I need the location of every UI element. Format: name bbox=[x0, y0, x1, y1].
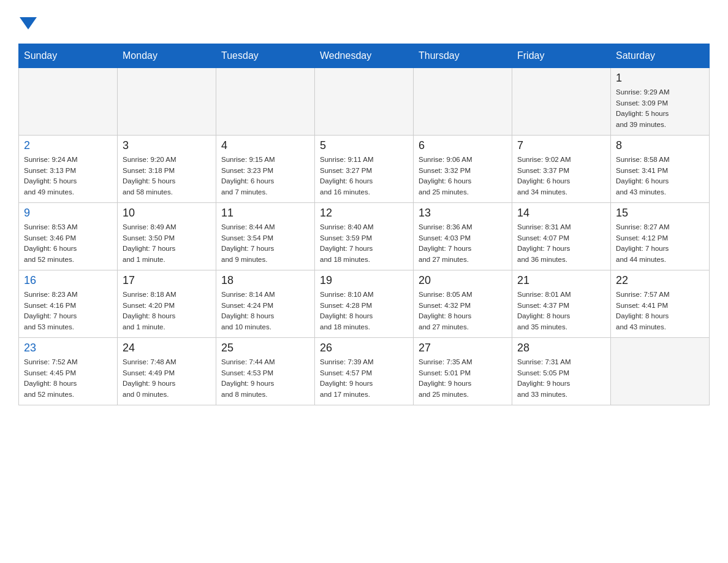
day-number: 15 bbox=[616, 207, 704, 220]
day-info: Sunrise: 8:27 AM Sunset: 4:12 PM Dayligh… bbox=[616, 222, 704, 266]
day-number: 24 bbox=[123, 342, 211, 354]
calendar-cell: 13Sunrise: 8:36 AM Sunset: 4:03 PM Dayli… bbox=[414, 202, 512, 270]
day-of-week-header: Saturday bbox=[611, 44, 710, 67]
calendar-cell: 7Sunrise: 9:02 AM Sunset: 3:37 PM Daylig… bbox=[512, 135, 611, 202]
calendar-table: SundayMondayTuesdayWednesdayThursdayFrid… bbox=[18, 44, 710, 405]
day-of-week-header: Thursday bbox=[414, 44, 512, 67]
day-number: 21 bbox=[517, 274, 605, 287]
day-number: 17 bbox=[123, 274, 211, 287]
day-number: 5 bbox=[320, 139, 408, 152]
day-info: Sunrise: 8:18 AM Sunset: 4:20 PM Dayligh… bbox=[123, 289, 211, 333]
calendar-cell: 15Sunrise: 8:27 AM Sunset: 4:12 PM Dayli… bbox=[611, 202, 710, 270]
day-info: Sunrise: 7:52 AM Sunset: 4:45 PM Dayligh… bbox=[24, 357, 112, 400]
day-info: Sunrise: 7:31 AM Sunset: 5:05 PM Dayligh… bbox=[517, 357, 605, 400]
day-info: Sunrise: 8:49 AM Sunset: 3:50 PM Dayligh… bbox=[123, 222, 211, 266]
day-number: 23 bbox=[24, 342, 112, 354]
day-number: 26 bbox=[320, 342, 408, 354]
day-number: 19 bbox=[320, 274, 408, 287]
day-info: Sunrise: 8:10 AM Sunset: 4:28 PM Dayligh… bbox=[320, 289, 408, 333]
day-number: 16 bbox=[24, 274, 112, 287]
calendar-cell bbox=[216, 67, 315, 135]
page-header bbox=[18, 12, 710, 31]
day-info: Sunrise: 7:39 AM Sunset: 4:57 PM Dayligh… bbox=[320, 357, 408, 400]
calendar-cell: 10Sunrise: 8:49 AM Sunset: 3:50 PM Dayli… bbox=[118, 202, 216, 270]
day-info: Sunrise: 9:06 AM Sunset: 3:32 PM Dayligh… bbox=[419, 155, 507, 198]
calendar-cell: 17Sunrise: 8:18 AM Sunset: 4:20 PM Dayli… bbox=[118, 270, 216, 337]
day-of-week-header: Tuesday bbox=[216, 44, 315, 67]
day-number: 28 bbox=[517, 342, 605, 354]
day-info: Sunrise: 9:24 AM Sunset: 3:13 PM Dayligh… bbox=[24, 155, 112, 198]
calendar-cell bbox=[512, 67, 611, 135]
calendar-cell: 21Sunrise: 8:01 AM Sunset: 4:37 PM Dayli… bbox=[512, 270, 611, 337]
day-number: 9 bbox=[24, 207, 112, 220]
calendar-cell: 6Sunrise: 9:06 AM Sunset: 3:32 PM Daylig… bbox=[414, 135, 512, 202]
day-number: 18 bbox=[221, 274, 309, 287]
calendar-cell: 20Sunrise: 8:05 AM Sunset: 4:32 PM Dayli… bbox=[414, 270, 512, 337]
calendar-cell: 22Sunrise: 7:57 AM Sunset: 4:41 PM Dayli… bbox=[611, 270, 710, 337]
calendar-week-row: 9Sunrise: 8:53 AM Sunset: 3:46 PM Daylig… bbox=[19, 202, 710, 270]
calendar-week-row: 1Sunrise: 9:29 AM Sunset: 3:09 PM Daylig… bbox=[19, 67, 710, 135]
calendar-cell: 1Sunrise: 9:29 AM Sunset: 3:09 PM Daylig… bbox=[611, 67, 710, 135]
calendar-cell bbox=[414, 67, 512, 135]
day-info: Sunrise: 7:35 AM Sunset: 5:01 PM Dayligh… bbox=[419, 357, 507, 400]
day-number: 27 bbox=[419, 342, 507, 354]
calendar-cell: 9Sunrise: 8:53 AM Sunset: 3:46 PM Daylig… bbox=[19, 202, 118, 270]
day-of-week-header: Wednesday bbox=[315, 44, 414, 67]
calendar-cell: 16Sunrise: 8:23 AM Sunset: 4:16 PM Dayli… bbox=[19, 270, 118, 337]
calendar-cell bbox=[315, 67, 414, 135]
calendar-cell: 3Sunrise: 9:20 AM Sunset: 3:18 PM Daylig… bbox=[118, 135, 216, 202]
logo bbox=[18, 12, 37, 31]
calendar-week-row: 23Sunrise: 7:52 AM Sunset: 4:45 PM Dayli… bbox=[19, 337, 710, 405]
day-number: 13 bbox=[419, 207, 507, 220]
day-info: Sunrise: 9:02 AM Sunset: 3:37 PM Dayligh… bbox=[517, 155, 605, 198]
day-of-week-header: Monday bbox=[118, 44, 216, 67]
day-info: Sunrise: 9:15 AM Sunset: 3:23 PM Dayligh… bbox=[221, 155, 309, 198]
calendar-cell: 14Sunrise: 8:31 AM Sunset: 4:07 PM Dayli… bbox=[512, 202, 611, 270]
day-number: 22 bbox=[616, 274, 704, 287]
calendar-cell: 26Sunrise: 7:39 AM Sunset: 4:57 PM Dayli… bbox=[315, 337, 414, 405]
day-number: 3 bbox=[123, 139, 211, 152]
calendar-cell: 28Sunrise: 7:31 AM Sunset: 5:05 PM Dayli… bbox=[512, 337, 611, 405]
day-info: Sunrise: 7:57 AM Sunset: 4:41 PM Dayligh… bbox=[616, 289, 704, 333]
day-info: Sunrise: 8:36 AM Sunset: 4:03 PM Dayligh… bbox=[419, 222, 507, 266]
calendar-cell: 4Sunrise: 9:15 AM Sunset: 3:23 PM Daylig… bbox=[216, 135, 315, 202]
day-number: 2 bbox=[24, 139, 112, 152]
day-number: 25 bbox=[221, 342, 309, 354]
day-info: Sunrise: 9:20 AM Sunset: 3:18 PM Dayligh… bbox=[123, 155, 211, 198]
day-info: Sunrise: 8:58 AM Sunset: 3:41 PM Dayligh… bbox=[616, 155, 704, 198]
calendar-cell: 27Sunrise: 7:35 AM Sunset: 5:01 PM Dayli… bbox=[414, 337, 512, 405]
calendar-cell: 2Sunrise: 9:24 AM Sunset: 3:13 PM Daylig… bbox=[19, 135, 118, 202]
calendar-cell: 18Sunrise: 8:14 AM Sunset: 4:24 PM Dayli… bbox=[216, 270, 315, 337]
day-info: Sunrise: 8:44 AM Sunset: 3:54 PM Dayligh… bbox=[221, 222, 309, 266]
day-number: 11 bbox=[221, 207, 309, 220]
day-info: Sunrise: 8:14 AM Sunset: 4:24 PM Dayligh… bbox=[221, 289, 309, 333]
calendar-cell bbox=[19, 67, 118, 135]
day-number: 1 bbox=[616, 72, 704, 85]
day-info: Sunrise: 7:48 AM Sunset: 4:49 PM Dayligh… bbox=[123, 357, 211, 400]
day-number: 8 bbox=[616, 139, 704, 152]
day-number: 20 bbox=[419, 274, 507, 287]
day-of-week-header: Sunday bbox=[19, 44, 118, 67]
calendar-week-row: 2Sunrise: 9:24 AM Sunset: 3:13 PM Daylig… bbox=[19, 135, 710, 202]
day-info: Sunrise: 9:11 AM Sunset: 3:27 PM Dayligh… bbox=[320, 155, 408, 198]
calendar-cell: 24Sunrise: 7:48 AM Sunset: 4:49 PM Dayli… bbox=[118, 337, 216, 405]
logo-triangle-icon bbox=[20, 17, 37, 29]
day-info: Sunrise: 8:40 AM Sunset: 3:59 PM Dayligh… bbox=[320, 222, 408, 266]
day-number: 12 bbox=[320, 207, 408, 220]
day-info: Sunrise: 8:53 AM Sunset: 3:46 PM Dayligh… bbox=[24, 222, 112, 266]
calendar-cell bbox=[118, 67, 216, 135]
day-info: Sunrise: 8:23 AM Sunset: 4:16 PM Dayligh… bbox=[24, 289, 112, 333]
day-number: 14 bbox=[517, 207, 605, 220]
calendar-week-row: 16Sunrise: 8:23 AM Sunset: 4:16 PM Dayli… bbox=[19, 270, 710, 337]
calendar-cell bbox=[611, 337, 710, 405]
calendar-cell: 12Sunrise: 8:40 AM Sunset: 3:59 PM Dayli… bbox=[315, 202, 414, 270]
day-number: 7 bbox=[517, 139, 605, 152]
day-info: Sunrise: 8:31 AM Sunset: 4:07 PM Dayligh… bbox=[517, 222, 605, 266]
calendar-header-row: SundayMondayTuesdayWednesdayThursdayFrid… bbox=[19, 44, 710, 67]
day-number: 4 bbox=[221, 139, 309, 152]
day-info: Sunrise: 7:44 AM Sunset: 4:53 PM Dayligh… bbox=[221, 357, 309, 400]
day-of-week-header: Friday bbox=[512, 44, 611, 67]
calendar-cell: 8Sunrise: 8:58 AM Sunset: 3:41 PM Daylig… bbox=[611, 135, 710, 202]
day-number: 6 bbox=[419, 139, 507, 152]
day-info: Sunrise: 8:05 AM Sunset: 4:32 PM Dayligh… bbox=[419, 289, 507, 333]
